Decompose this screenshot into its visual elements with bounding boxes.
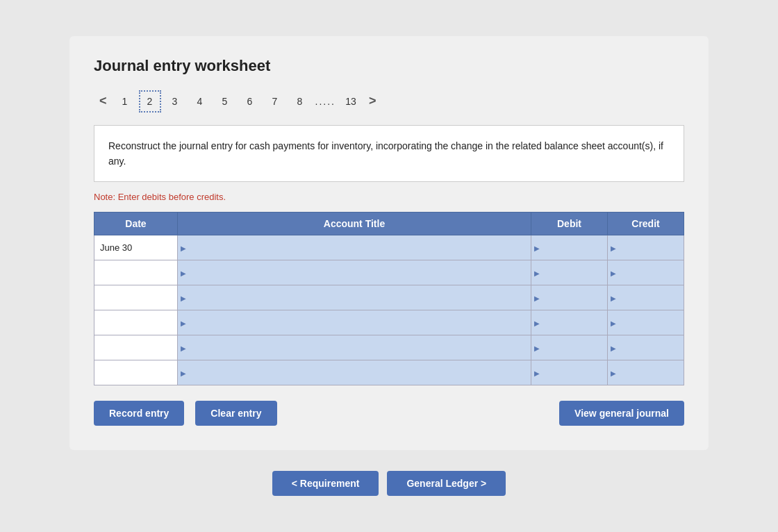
clear-entry-button[interactable]: Clear entry (195, 401, 276, 426)
credit-input-1[interactable] (608, 235, 684, 260)
nav-step-2[interactable]: 2 (139, 90, 161, 113)
col-header-credit: Credit (608, 213, 684, 235)
instruction-text: Reconstruct the journal entry for cash p… (108, 140, 663, 167)
note-text: Note: Enter debits before credits. (94, 192, 684, 202)
account-cell-4[interactable] (178, 310, 531, 335)
debit-cell-6[interactable] (531, 360, 608, 385)
nav-step-1[interactable]: 1 (114, 90, 136, 113)
date-cell-6 (94, 360, 178, 385)
table-row (94, 335, 684, 360)
debit-input-4[interactable] (531, 310, 607, 335)
debit-input-1[interactable] (531, 235, 607, 260)
credit-cell-2[interactable] (608, 260, 684, 285)
col-header-account: Account Title (178, 213, 531, 235)
account-cell-3[interactable] (178, 285, 531, 310)
table-row (94, 360, 684, 385)
nav-step-5[interactable]: 5 (214, 90, 236, 113)
account-input-1[interactable] (182, 235, 531, 260)
account-cell-5[interactable] (178, 335, 531, 360)
journal-table: Date Account Title Debit Credit June 30 (94, 212, 684, 385)
credit-cell-4[interactable] (608, 310, 684, 335)
date-cell-1: June 30 (94, 235, 178, 260)
date-cell-4 (94, 310, 178, 335)
requirement-button[interactable]: < Requirement (272, 471, 379, 496)
credit-cell-5[interactable] (608, 335, 684, 360)
account-cell-6[interactable] (178, 360, 531, 385)
bottom-navigation: < Requirement General Ledger > (272, 471, 506, 496)
instruction-box: Reconstruct the journal entry for cash p… (94, 125, 684, 183)
credit-input-6[interactable] (608, 360, 684, 385)
credit-cell-1[interactable] (608, 235, 684, 260)
general-ledger-button[interactable]: General Ledger > (387, 471, 506, 496)
nav-step-4[interactable]: 4 (189, 90, 211, 113)
date-value-1: June 30 (100, 242, 132, 253)
debit-cell-1[interactable] (531, 235, 608, 260)
credit-input-2[interactable] (608, 260, 684, 285)
nav-prev-arrow[interactable]: < (94, 94, 113, 108)
nav-step-13[interactable]: 13 (340, 90, 362, 113)
credit-cell-3[interactable] (608, 285, 684, 310)
table-row (94, 285, 684, 310)
record-entry-button[interactable]: Record entry (94, 401, 184, 426)
account-input-3[interactable] (182, 285, 531, 310)
credit-input-5[interactable] (608, 335, 684, 360)
date-cell-5 (94, 335, 178, 360)
debit-cell-3[interactable] (531, 285, 608, 310)
credit-cell-6[interactable] (608, 360, 684, 385)
step-navigation: < 1 2 3 4 5 6 7 8 ..... 13 > (94, 90, 684, 113)
nav-step-7[interactable]: 7 (264, 90, 286, 113)
debit-cell-5[interactable] (531, 335, 608, 360)
view-general-journal-button[interactable]: View general journal (559, 401, 684, 426)
account-cell-1[interactable] (178, 235, 531, 260)
debit-input-5[interactable] (531, 335, 607, 360)
date-cell-2 (94, 260, 178, 285)
table-row (94, 260, 684, 285)
debit-input-3[interactable] (531, 285, 607, 310)
debit-input-6[interactable] (531, 360, 607, 385)
account-input-4[interactable] (182, 310, 531, 335)
nav-dots: ..... (315, 96, 336, 107)
account-input-2[interactable] (182, 260, 531, 285)
credit-input-4[interactable] (608, 310, 684, 335)
nav-next-arrow[interactable]: > (363, 94, 382, 108)
account-input-6[interactable] (182, 360, 531, 385)
action-buttons: Record entry Clear entry View general jo… (94, 401, 684, 426)
date-cell-3 (94, 285, 178, 310)
account-cell-2[interactable] (178, 260, 531, 285)
account-input-5[interactable] (182, 335, 531, 360)
nav-step-6[interactable]: 6 (239, 90, 261, 113)
debit-cell-4[interactable] (531, 310, 608, 335)
nav-step-8[interactable]: 8 (289, 90, 311, 113)
col-header-debit: Debit (531, 213, 608, 235)
nav-step-3[interactable]: 3 (164, 90, 186, 113)
worksheet-container: Journal entry worksheet < 1 2 3 4 5 6 7 … (69, 36, 709, 451)
col-header-date: Date (94, 213, 178, 235)
table-row: June 30 (94, 235, 684, 260)
page-title: Journal entry worksheet (94, 57, 684, 75)
debit-cell-2[interactable] (531, 260, 608, 285)
table-row (94, 310, 684, 335)
credit-input-3[interactable] (608, 285, 684, 310)
debit-input-2[interactable] (531, 260, 607, 285)
